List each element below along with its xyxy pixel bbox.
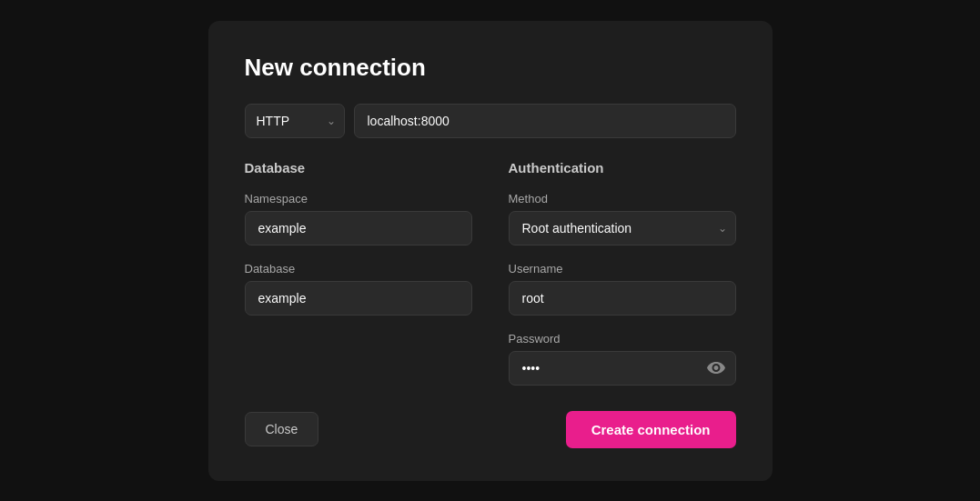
- sections-row: Database Namespace Database Authenticati…: [245, 160, 736, 386]
- namespace-label: Namespace: [245, 192, 472, 205]
- method-field-group: Method Root authentication None Namespac…: [509, 192, 736, 245]
- create-connection-button[interactable]: Create connection: [566, 411, 736, 448]
- method-label: Method: [509, 192, 736, 205]
- connection-row: HTTP HTTPS WS WSS ⌄: [245, 104, 736, 138]
- database-field-group: Database: [245, 262, 472, 316]
- auth-section: Authentication Method Root authenticatio…: [509, 160, 736, 386]
- database-input[interactable]: [245, 281, 472, 316]
- username-field-group: Username: [509, 262, 736, 316]
- footer-row: Close Create connection: [245, 411, 736, 448]
- database-section-title: Database: [245, 160, 472, 175]
- password-wrapper: [509, 351, 736, 386]
- method-select[interactable]: Root authentication None Namespace Datab…: [509, 211, 736, 245]
- database-label: Database: [245, 262, 472, 276]
- password-label: Password: [509, 332, 736, 346]
- password-field-group: Password: [509, 332, 736, 386]
- new-connection-modal: New connection HTTP HTTPS WS WSS ⌄ Datab…: [208, 21, 773, 481]
- close-button[interactable]: Close: [245, 412, 319, 446]
- protocol-select-wrapper: HTTP HTTPS WS WSS ⌄: [245, 104, 345, 138]
- namespace-input[interactable]: [245, 211, 472, 245]
- protocol-select[interactable]: HTTP HTTPS WS WSS: [245, 104, 345, 138]
- url-input[interactable]: [354, 104, 736, 138]
- method-select-wrapper: Root authentication None Namespace Datab…: [509, 211, 736, 245]
- eye-icon[interactable]: [707, 362, 725, 375]
- modal-title: New connection: [245, 54, 736, 82]
- database-section: Database Namespace Database: [245, 160, 472, 386]
- auth-section-title: Authentication: [509, 160, 736, 175]
- username-label: Username: [509, 262, 736, 276]
- username-input[interactable]: [509, 281, 736, 316]
- namespace-field-group: Namespace: [245, 192, 472, 245]
- password-input[interactable]: [509, 351, 736, 386]
